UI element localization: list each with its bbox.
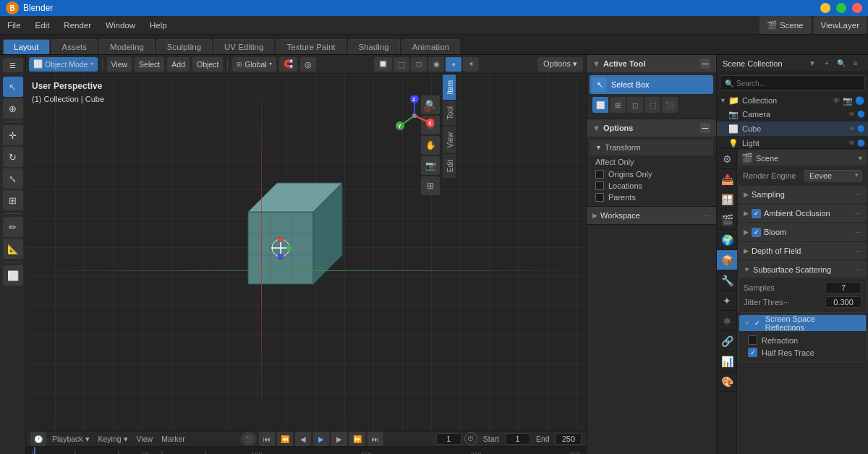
keying-menu[interactable]: Keying ▾ bbox=[95, 434, 131, 443]
transport-skip-end[interactable]: ⏭ bbox=[367, 432, 383, 446]
overlay-toggle[interactable]: 🔲 bbox=[374, 57, 392, 72]
tab-texture-paint[interactable]: Texture Paint bbox=[276, 39, 346, 54]
coll-render-icon[interactable]: 🔵 bbox=[855, 96, 865, 106]
grid-button[interactable]: ⊞ bbox=[421, 176, 440, 195]
object-menu[interactable]: Object bbox=[192, 57, 223, 72]
prop-tab-particles[interactable]: ✦ bbox=[717, 291, 737, 311]
outliner-new-btn[interactable]: + bbox=[820, 57, 833, 70]
tool-rotate[interactable]: ↻ bbox=[3, 147, 23, 167]
mode-selector[interactable]: ⬜ Object Mode ▾ bbox=[29, 57, 98, 72]
sss-expand[interactable]: — bbox=[855, 266, 861, 273]
dof-expand[interactable]: — bbox=[855, 247, 861, 254]
bloom-checkbox[interactable]: ✓ bbox=[752, 228, 761, 237]
tab-modeling[interactable]: Modeling bbox=[99, 39, 155, 54]
cam-vis[interactable]: 👁 bbox=[848, 111, 855, 118]
ssr-half-res-row[interactable]: ✓ Half Res Trace bbox=[744, 346, 861, 359]
bloom-expand[interactable]: — bbox=[855, 228, 861, 236]
pan-button[interactable]: ✋ bbox=[421, 136, 440, 155]
prop-tab-material[interactable]: 🎨 bbox=[717, 372, 737, 392]
outliner-light[interactable]: 💡 Light 👁 🔵 bbox=[717, 136, 868, 149]
menu-window[interactable]: Window bbox=[98, 16, 142, 34]
prop-tab-scene[interactable]: 🎬 bbox=[717, 210, 737, 230]
sampling-expand[interactable]: — bbox=[855, 191, 861, 198]
tab-shading[interactable]: Shading bbox=[348, 39, 400, 54]
prop-tab-data[interactable]: 📊 bbox=[717, 351, 737, 372]
ssr-refraction-cb[interactable] bbox=[748, 335, 757, 345]
transport-skip-back[interactable]: ⏮ bbox=[259, 432, 275, 446]
wireframe-shade[interactable]: ◻ bbox=[411, 57, 427, 72]
prop-tab-object[interactable]: 📦 bbox=[717, 250, 737, 270]
tool-mode-tweak[interactable]: ⬚ bbox=[644, 97, 660, 113]
ao-expand[interactable]: — bbox=[855, 210, 861, 217]
viewport-3d[interactable]: User Perspective (1) Collection | Cube bbox=[26, 74, 586, 431]
tool-cursor[interactable]: ⊕ bbox=[3, 98, 23, 119]
outliner-filter-icon[interactable]: ≡ bbox=[849, 57, 862, 70]
workspace-header[interactable]: ▶ Workspace — bbox=[587, 207, 716, 224]
sss-jitter-value[interactable]: 0.300 bbox=[825, 296, 861, 308]
cube-vis[interactable]: 👁 bbox=[848, 125, 855, 132]
camera-button[interactable]: 📷 bbox=[421, 156, 440, 175]
end-frame[interactable]: 250 bbox=[556, 433, 582, 445]
options-collapse[interactable]: — bbox=[700, 123, 710, 133]
menu-edit[interactable]: Edit bbox=[28, 16, 57, 34]
outliner-search-input[interactable] bbox=[736, 80, 860, 87]
cube-render[interactable]: 🔵 bbox=[857, 125, 865, 132]
collection-item[interactable]: ▼ 📁 Collection 👁 📷 🔵 bbox=[717, 94, 868, 107]
tab-uv-editing[interactable]: UV Editing bbox=[213, 39, 274, 54]
prop-tab-physics[interactable]: ⚛ bbox=[717, 311, 737, 331]
options-header[interactable]: ▼ Options — bbox=[587, 119, 716, 137]
tool-mode-extra[interactable]: ⬛ bbox=[662, 97, 678, 113]
rendered-shade[interactable]: ☀ bbox=[463, 57, 479, 72]
transport-play[interactable]: ▶ bbox=[313, 432, 329, 446]
viewport-mode-indicator[interactable]: ☰ bbox=[3, 58, 23, 72]
prop-tab-world[interactable]: 🌍 bbox=[717, 230, 737, 250]
tab-assets[interactable]: Assets bbox=[51, 39, 98, 54]
menu-help[interactable]: Help bbox=[142, 16, 174, 34]
cam-render[interactable]: 🔵 bbox=[857, 111, 865, 118]
minimize-button[interactable] bbox=[820, 3, 830, 13]
solid-shade[interactable]: ◉ bbox=[428, 57, 444, 72]
coll-hide-icon[interactable]: 📷 bbox=[843, 96, 853, 106]
timeline-ruler[interactable]: 0 50 100 150 200 250 bbox=[26, 447, 586, 454]
light-render[interactable]: 🔵 bbox=[857, 140, 865, 147]
render-engine-dropdown[interactable]: Eevee bbox=[804, 170, 862, 181]
tool-add-cube[interactable]: ⬜ bbox=[3, 265, 23, 286]
tool-select[interactable]: ↖ bbox=[3, 77, 23, 97]
view-layer-selector[interactable]: ViewLayer bbox=[814, 16, 867, 34]
sampling-header[interactable]: ▶ Sampling — bbox=[739, 187, 866, 202]
coll-vis-icon[interactable]: 👁 bbox=[833, 96, 841, 106]
active-tool-header[interactable]: ▼ Active Tool — bbox=[587, 55, 716, 72]
view-menu-tl[interactable]: View bbox=[134, 434, 156, 443]
side-tab-edit[interactable]: Edit bbox=[443, 153, 456, 178]
outliner-filter-btn[interactable]: ▼ bbox=[806, 57, 819, 70]
ao-header[interactable]: ▶ ✓ Ambient Occlusion — bbox=[739, 205, 866, 221]
tool-annotate[interactable]: ✏ bbox=[3, 217, 23, 237]
prop-tab-render-settings[interactable]: ⚙ bbox=[717, 149, 737, 169]
tool-scale[interactable]: ⤡ bbox=[3, 168, 23, 189]
close-button[interactable] bbox=[852, 3, 862, 13]
scene-selector[interactable]: 🎬Scene bbox=[760, 16, 811, 34]
ssr-refraction-row[interactable]: Refraction bbox=[744, 334, 861, 346]
sss-samples-value[interactable]: 7 bbox=[825, 282, 861, 294]
light-vis[interactable]: 👁 bbox=[848, 140, 855, 147]
transport-next-frame[interactable]: ▶ bbox=[331, 432, 347, 446]
locations-checkbox[interactable]: Locations bbox=[590, 180, 713, 192]
transform-orientation[interactable]: ⊞ Global ▾ bbox=[232, 57, 276, 72]
side-tab-item[interactable]: Item bbox=[443, 74, 456, 100]
transport-reverse[interactable]: ◀ bbox=[295, 432, 311, 446]
tool-mode-lasso[interactable]: ◻ bbox=[627, 97, 643, 113]
parents-checkbox[interactable]: Parents bbox=[590, 192, 713, 203]
outliner-search[interactable]: 🔍 bbox=[720, 75, 865, 91]
tab-layout[interactable]: Layout bbox=[3, 39, 50, 54]
ssr-halfres-cb[interactable]: ✓ bbox=[748, 348, 757, 357]
playback-menu[interactable]: Playback ▾ bbox=[49, 434, 93, 443]
ao-checkbox[interactable]: ✓ bbox=[752, 209, 761, 218]
marker-menu[interactable]: Marker bbox=[158, 434, 188, 443]
workspace-collapse[interactable]: — bbox=[704, 212, 710, 219]
ssr-header[interactable]: ▼ ✓ Screen Space Reflections — bbox=[739, 315, 866, 331]
prop-tab-view-layer[interactable]: 🪟 bbox=[717, 189, 737, 210]
prop-tab-modifier[interactable]: 🔧 bbox=[717, 270, 737, 291]
snap-toggle[interactable]: 🧲 bbox=[279, 57, 297, 72]
tool-mode-box[interactable]: ⬜ bbox=[592, 97, 608, 113]
tab-animation[interactable]: Animation bbox=[401, 39, 460, 54]
